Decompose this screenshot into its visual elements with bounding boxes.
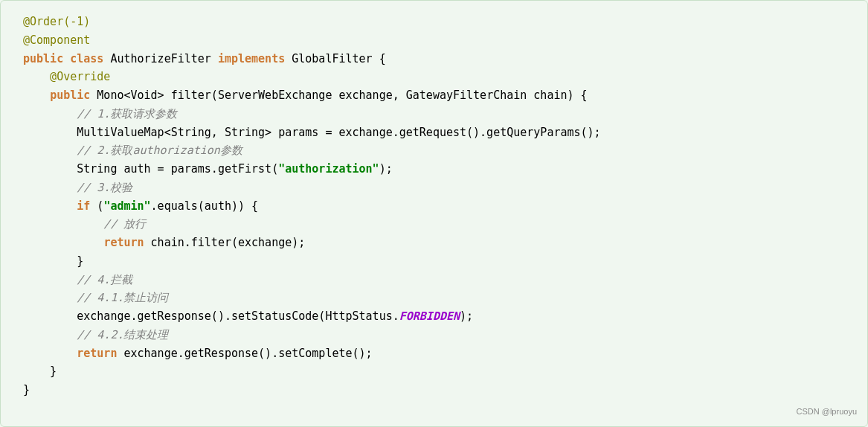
code-token: }	[23, 365, 57, 378]
code-token: }	[23, 383, 30, 396]
code-token: public	[23, 52, 63, 65]
watermark: CSDN @lpruoyu	[797, 405, 857, 419]
code-token	[23, 347, 77, 360]
code-line: // 4.2.结束处理	[23, 326, 852, 344]
code-line: @Override	[23, 68, 852, 86]
code-token: return	[103, 236, 144, 249]
code-token: public	[50, 89, 90, 102]
code-token: @Component	[23, 33, 90, 47]
code-token: AuthorizeFilter	[103, 52, 218, 65]
code-line: // 4.拦截	[23, 271, 852, 289]
code-token: // 放行	[23, 217, 146, 231]
code-token: if	[77, 199, 90, 213]
code-token: // 1.获取请求参数	[23, 107, 177, 121]
code-line: public Mono<Void> filter(ServerWebExchan…	[23, 86, 852, 105]
code-token: MultiValueMap<String, String> params = e…	[23, 126, 601, 139]
code-token: (	[90, 199, 103, 213]
code-token: );	[460, 309, 473, 323]
code-line: }	[23, 381, 852, 399]
code-token: @Override	[23, 70, 110, 83]
code-line: // 3.校验	[23, 179, 852, 197]
code-token	[23, 236, 103, 249]
code-token: // 3.校验	[23, 181, 132, 194]
code-token: Mono<Void> filter(ServerWebExchange exch…	[90, 89, 587, 102]
code-line: String auth = params.getFirst("authoriza…	[23, 160, 852, 179]
code-line: }	[23, 252, 852, 271]
code-line: return exchange.getResponse().setComplet…	[23, 344, 852, 363]
code-token: exchange.getResponse().setStatusCode(Htt…	[23, 309, 399, 323]
code-line: @Component	[23, 31, 852, 50]
code-line: // 放行	[23, 215, 852, 234]
code-line: public class AuthorizeFilter implements …	[23, 50, 852, 68]
code-token: // 2.获取authorization参数	[23, 144, 242, 157]
code-token: class	[70, 52, 103, 65]
code-token: // 4.拦截	[23, 273, 132, 286]
code-line: // 2.获取authorization参数	[23, 141, 852, 160]
code-line: // 1.获取请求参数	[23, 105, 852, 123]
code-token: .equals(auth)) {	[151, 199, 259, 213]
code-token: implements	[218, 52, 285, 65]
code-token: chain.filter(exchange);	[144, 236, 306, 249]
code-token: // 4.1.禁止访问	[23, 291, 168, 304]
code-token: @Order(-1)	[23, 15, 90, 28]
code-container: @Order(-1) @Component public class Autho…	[0, 0, 868, 427]
code-token: "authorization"	[278, 162, 379, 176]
code-line: MultiValueMap<String, String> params = e…	[23, 123, 852, 142]
code-token	[63, 52, 70, 65]
code-line: exchange.getResponse().setStatusCode(Htt…	[23, 307, 852, 326]
code-token	[23, 199, 77, 213]
code-token: String auth = params.getFirst(	[23, 162, 278, 176]
code-line: @Order(-1)	[23, 13, 852, 31]
code-token: "admin"	[103, 199, 150, 213]
code-token: exchange.getResponse().setComplete();	[117, 347, 372, 360]
code-token: }	[23, 254, 83, 268]
code-line: return chain.filter(exchange);	[23, 234, 852, 252]
code-line: // 4.1.禁止访问	[23, 289, 852, 307]
code-line: if ("admin".equals(auth)) {	[23, 197, 852, 216]
code-line: }	[23, 362, 852, 381]
code-token: FORBIDDEN	[399, 309, 460, 323]
code-token: // 4.2.结束处理	[23, 328, 168, 341]
code-token: return	[77, 347, 117, 360]
code-block: @Order(-1) @Component public class Autho…	[23, 13, 852, 399]
code-token: GlobalFilter {	[285, 52, 385, 65]
code-token: );	[379, 162, 393, 176]
code-token	[23, 89, 50, 102]
